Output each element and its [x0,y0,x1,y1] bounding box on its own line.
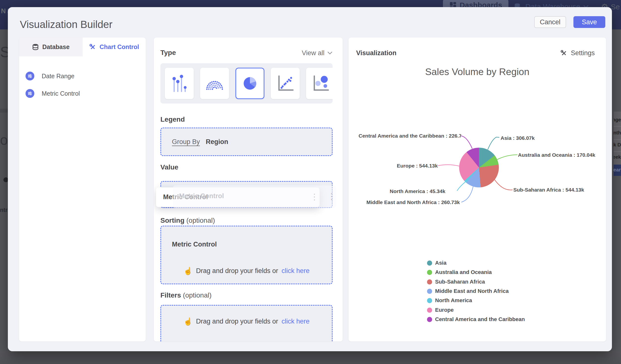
legend-dot [427,279,432,285]
legend-label: Middle East and North Africa [435,288,509,294]
backdrop-bottom [0,351,621,364]
legend-drop-zone[interactable]: Group By Region [160,128,333,156]
legend-item-europe[interactable]: Europe [427,306,454,314]
type-card-lollipop[interactable] [165,68,194,99]
lollipop-chart-icon [171,74,187,93]
pie-label-central-america: Central America and the Caribbean : 226.… [359,132,461,139]
backdrop-dropdown-menu: nge nth k D eek ear [614,112,621,176]
view-all-label: View all [302,49,325,57]
legend-dot [427,270,432,275]
pointer-hand-icon: ☝ [183,267,192,275]
pie-label-sub-saharan-africa: Sub-Saharan Africa : 544.13k [513,186,584,193]
database-icon [32,44,39,50]
menu-divider [614,139,621,140]
click-here-link[interactable]: click here [282,318,310,325]
chip-ghost-label: Metric Control [179,192,224,200]
nav-settings-label: Se [611,3,620,11]
chart-title: Sales Volume by Region [348,67,606,77]
tools-icon [560,50,567,57]
filters-heading: Filters (optional) [160,291,212,299]
controls-panel: Database Chart Control [19,37,146,341]
legend-item-asia[interactable]: Asia [427,259,446,267]
legend-item-sub-saharan-africa[interactable]: Sub-Saharan Africa [427,278,485,286]
legend-dot [427,317,432,322]
legend-item-middle-east-north-africa[interactable]: Middle East and North Africa [427,287,509,295]
save-button[interactable]: Save [573,16,605,28]
tab-database[interactable]: Database [19,37,83,56]
sorting-drop-zone[interactable]: Metric Control ☝ Drag and drop your fiel… [160,226,333,284]
backdrop-divider [0,109,8,113]
type-card-arc[interactable] [200,68,229,99]
menu-item-selected[interactable]: ear [614,165,621,176]
screen: NSIDER Dashboards Data Warehouse ⚙ Se Sa… [0,0,621,364]
sliders-icon [26,72,34,80]
control-item-metric-control[interactable]: Metric Control [26,89,80,98]
chevron-down-icon [328,52,332,55]
pie-label-north-america: North America : 45.34k [390,188,445,195]
value-heading: Value [160,163,178,171]
legend-label: Asia [435,260,446,266]
legend-heading: Legend [160,116,185,123]
legend-item-australia-oceania[interactable]: Australia and Oceania [427,269,492,276]
chart-config-panel: Type View all [154,37,343,341]
group-by-row: Group By Region [172,138,228,146]
menu-item[interactable]: k D [614,142,621,148]
menu-divider [614,126,621,127]
pie-chart-icon [241,75,259,92]
control-item-date-range[interactable]: Date Range [26,72,74,80]
pie-label-europe: Europe : 544.13k [397,162,438,170]
view-all-dropdown[interactable]: View all [302,49,332,57]
visualization-panel: Visualization Settings Sales Volume by R… [348,37,606,341]
legend-label: Australia and Oceania [435,269,492,276]
drag-drop-hint: ☝ Drag and drop your fields or click her… [161,317,332,326]
pie-label-asia: Asia : 306.07k [500,134,535,142]
click-here-link[interactable]: click here [282,267,310,275]
tab-chart-control[interactable]: Chart Control [83,37,146,56]
kebab-menu-icon: ⋮ [328,191,336,201]
drag-drop-hint: ☝ Drag and drop your fields or click her… [161,267,332,275]
settings-label: Settings [571,49,595,57]
tools-icon [89,44,96,51]
control-item-label: Date Range [42,73,74,80]
visualization-builder-modal: Visualization Builder Cancel Save Databa… [8,7,612,351]
legend-label: Central America and the Caribbean [435,316,525,323]
menu-divider [614,151,621,152]
cancel-button[interactable]: Cancel [534,16,566,28]
scatter-chart-icon [276,75,294,92]
tab-database-label: Database [42,43,69,51]
type-heading: Type [160,49,176,57]
sorting-chip-label: Metric Control [172,241,217,248]
bubble-chart-icon [312,75,329,92]
group-by-value: Region [206,138,228,146]
tab-chart-control-label: Chart Control [100,43,139,51]
pointer-hand-icon: ☝ [183,317,192,326]
chart-type-row [160,63,333,104]
metric-control-chip-ghost: Metric Control ⋮ [173,185,336,208]
arc-dots-chart-icon [205,76,224,91]
drop-text: Drag and drop your fields or [196,267,278,275]
legend-item-north-america[interactable]: North America [427,297,472,304]
legend-label: Sub-Saharan Africa [435,279,485,285]
visualization-heading: Visualization [356,49,397,57]
filters-drop-zone[interactable]: ☝ Drag and drop your fields or click her… [160,305,333,341]
modal-title: Visualization Builder [20,19,112,30]
type-card-pie[interactable] [235,68,264,99]
settings-button[interactable]: Settings [560,49,595,57]
legend-dot [427,308,432,313]
control-item-label: Metric Control [42,90,80,97]
type-card-scatter[interactable] [271,68,300,99]
backdrop-bullet [3,177,8,182]
menu-item[interactable]: nth [614,130,621,136]
legend-label: North America [435,297,472,304]
legend-item-central-america[interactable]: Central America and the Caribbean [427,316,525,323]
menu-item[interactable]: eek [614,154,621,161]
value-drop-zone[interactable]: Metric Control ⋮ Metric Control ⋮ [160,181,333,208]
menu-item[interactable]: nge [614,117,621,123]
group-by-label[interactable]: Group By [172,138,200,146]
pie-chart[interactable] [459,148,499,187]
legend-dot [427,298,432,303]
pie-label-middle-east-north-africa: Middle East and North Africa : 260.73k [366,199,460,206]
type-card-bubble[interactable] [306,68,333,99]
sliders-icon [26,89,34,98]
legend-dot [427,260,432,266]
